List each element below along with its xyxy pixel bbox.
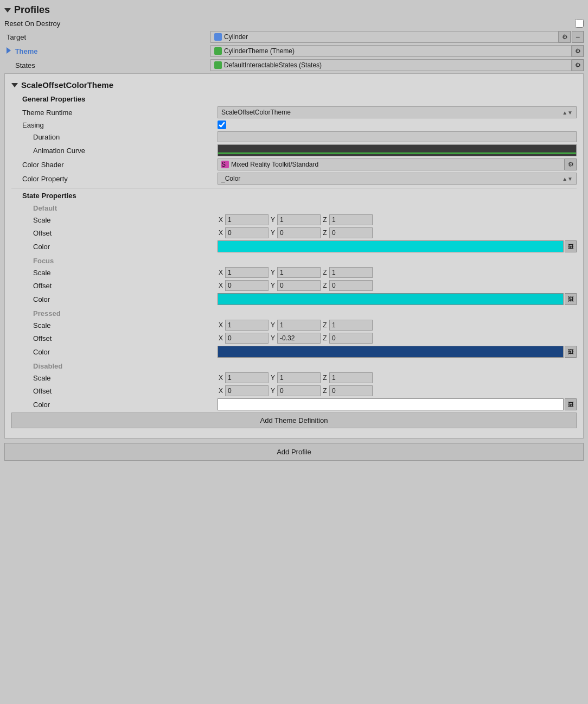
- theme-runtime-dropdown[interactable]: ScaleOffsetColorTheme ▲▼: [218, 106, 577, 118]
- easing-label: Easing: [11, 121, 218, 129]
- state-label-default: Default: [11, 204, 577, 212]
- easing-value-cell: [218, 120, 577, 129]
- profiles-section: Profiles Reset On Destroy Target Cylinde…: [0, 0, 588, 468]
- state-default-scale-z[interactable]: [329, 214, 373, 225]
- state-disabled-offset-label: Offset: [11, 387, 218, 395]
- theme-label-text[interactable]: Theme: [15, 47, 38, 55]
- target-gear-button[interactable]: ⚙: [559, 31, 571, 43]
- state-disabled-offset-xyz: X Y Z: [218, 385, 577, 396]
- offset-x-label-1: X: [218, 282, 224, 289]
- states-value: DefaultInteractableStates (States): [224, 61, 322, 69]
- state-pressed-color-label: Color: [11, 348, 218, 356]
- state-default-color-row: Color 🖽: [11, 240, 577, 252]
- state-pressed-offset-x[interactable]: [225, 333, 269, 344]
- add-profile-button[interactable]: Add Profile: [4, 443, 584, 461]
- state-default-color-label: Color: [11, 243, 218, 251]
- state-focus-scale-y[interactable]: [277, 267, 321, 278]
- state-pressed-scale-x[interactable]: [225, 320, 269, 331]
- state-disabled-scale-z[interactable]: [329, 372, 373, 383]
- state-default-offset-z[interactable]: [329, 227, 373, 238]
- scale-y-label-0: Y: [270, 216, 276, 224]
- states-icon: [214, 61, 222, 69]
- add-theme-definition-button[interactable]: Add Theme Definition: [11, 413, 577, 428]
- color-shader-value-cell: S Mixed Reality Toolkit/Standard ⚙: [218, 158, 577, 170]
- theme-value-cell: CylinderTheme (Theme) ⚙: [210, 45, 584, 57]
- reset-on-destroy-checkbox[interactable]: [575, 19, 584, 28]
- state-pressed-scale-y[interactable]: [277, 320, 321, 331]
- offset-x-label-2: X: [218, 334, 224, 342]
- reset-on-destroy-row: Reset On Destroy: [4, 19, 584, 28]
- theme-runtime-value-cell: ScaleOffsetColorTheme ▲▼: [218, 106, 577, 118]
- state-focus-scale-row: Scale X Y Z: [11, 267, 577, 278]
- state-default-scale-label: Scale: [11, 216, 218, 224]
- theme-runtime-arrow-icon: ▲▼: [562, 110, 573, 116]
- theme-block-header: ScaleOffsetColorTheme: [11, 80, 577, 90]
- state-focus-offset-row: Offset X Y Z: [11, 280, 577, 291]
- profiles-title: Profiles: [14, 4, 50, 16]
- state-disabled-color-swatch[interactable]: [218, 398, 564, 410]
- scale-x-label-2: X: [218, 321, 224, 329]
- state-pressed-offset-y[interactable]: [277, 333, 321, 344]
- states-object-field[interactable]: DefaultInteractableStates (States): [210, 59, 572, 71]
- states-gear-button[interactable]: ⚙: [572, 59, 584, 71]
- state-focus-color-swatch[interactable]: [218, 293, 564, 305]
- state-focus-offset-x[interactable]: [225, 280, 269, 291]
- theme-gear-button[interactable]: ⚙: [572, 45, 584, 57]
- state-pressed-offset-z[interactable]: [329, 333, 373, 344]
- color-shader-gear-button[interactable]: ⚙: [565, 158, 577, 170]
- state-pressed-color-cell: 🖽: [218, 346, 577, 358]
- profiles-header: Profiles: [4, 4, 584, 16]
- theme-row: Theme CylinderTheme (Theme) ⚙: [4, 45, 584, 57]
- general-properties-label: General Properties: [11, 95, 577, 103]
- state-default-scale-y[interactable]: [277, 214, 321, 225]
- state-focus-color-cell: 🖽: [218, 293, 577, 305]
- state-focus-offset-y[interactable]: [277, 280, 321, 291]
- state-pressed-offset-row: Offset X Y Z: [11, 333, 577, 344]
- color-shader-value: Mixed Reality Toolkit/Standard: [231, 161, 318, 168]
- color-shader-object-field[interactable]: S Mixed Reality Toolkit/Standard: [218, 158, 565, 170]
- easing-checkbox[interactable]: [218, 120, 226, 129]
- state-disabled-scale-x[interactable]: [225, 372, 269, 383]
- duration-label: Duration: [11, 133, 218, 141]
- target-minus-button[interactable]: −: [572, 31, 584, 43]
- state-default-color-swatch[interactable]: [218, 240, 564, 252]
- state-pressed-color-swatch[interactable]: [218, 346, 564, 358]
- target-label: Target: [4, 33, 210, 41]
- state-default-offset-x[interactable]: [225, 227, 269, 238]
- state-default-scale-x[interactable]: [225, 214, 269, 225]
- state-disabled-offset-x[interactable]: [225, 385, 269, 396]
- state-default-offset-y[interactable]: [277, 227, 321, 238]
- color-property-value: _Color: [221, 175, 240, 182]
- state-focus-scale-x[interactable]: [225, 267, 269, 278]
- animation-curve-label: Animation Curve: [11, 147, 218, 155]
- animation-curve-value-cell: [218, 144, 577, 156]
- duration-input[interactable]: 0.1: [218, 131, 577, 142]
- state-disabled-eyedropper-button[interactable]: 🖽: [565, 398, 577, 410]
- theme-object-field[interactable]: CylinderTheme (Theme): [210, 45, 572, 57]
- offset-y-label-0: Y: [270, 229, 276, 237]
- theme-runtime-value: ScaleOffsetColorTheme: [221, 109, 291, 116]
- offset-x-label-3: X: [218, 387, 224, 395]
- profiles-collapse-icon[interactable]: [4, 8, 11, 12]
- state-disabled-scale-y[interactable]: [277, 372, 321, 383]
- state-default-offset-label: Offset: [11, 229, 218, 237]
- state-focus-eyedropper-button[interactable]: 🖽: [565, 293, 577, 305]
- state-group-default: Default Scale X Y Z Offset X: [11, 204, 577, 252]
- state-disabled-offset-z[interactable]: [329, 385, 373, 396]
- state-focus-scale-z[interactable]: [329, 267, 373, 278]
- animation-curve-line: [218, 153, 576, 154]
- scale-x-label-1: X: [218, 269, 224, 276]
- scale-y-label-3: Y: [270, 374, 276, 382]
- state-default-eyedropper-button[interactable]: 🖽: [565, 240, 577, 252]
- animation-curve-bar[interactable]: [218, 144, 577, 156]
- state-disabled-offset-y[interactable]: [277, 385, 321, 396]
- color-property-dropdown[interactable]: _Color ▲▼: [218, 173, 577, 185]
- target-object-field[interactable]: Cylinder: [210, 31, 559, 43]
- offset-z-label-2: Z: [322, 334, 328, 342]
- state-default-scale-row: Scale X Y Z: [11, 214, 577, 225]
- theme-block-collapse-icon[interactable]: [11, 83, 18, 87]
- state-pressed-scale-z[interactable]: [329, 320, 373, 331]
- state-pressed-eyedropper-button[interactable]: 🖽: [565, 346, 577, 358]
- state-focus-offset-z[interactable]: [329, 280, 373, 291]
- theme-expand-icon[interactable]: [7, 47, 11, 54]
